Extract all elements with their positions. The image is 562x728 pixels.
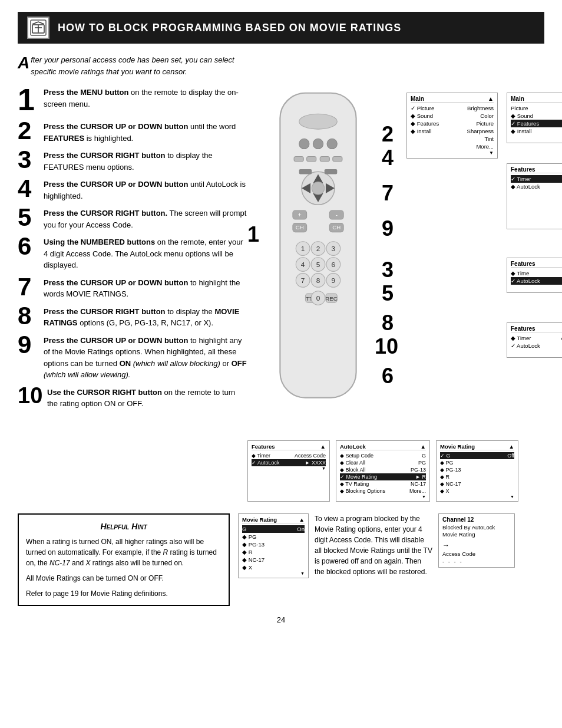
svg-text:8: 8 bbox=[316, 276, 320, 285]
step-num-6: 6 bbox=[18, 234, 44, 259]
remote-illustration: + - CH CH 1 2 3 4 bbox=[259, 87, 377, 417]
bottom-right: Movie Rating▲ GOn ◆ PG ◆ PG-13 ◆ R ◆ NC-… bbox=[238, 513, 544, 578]
intro-body: fter your personal access code has been … bbox=[31, 55, 234, 76]
svg-rect-12 bbox=[333, 156, 342, 162]
step-num-4: 4 bbox=[18, 176, 44, 201]
sb-feat1-row2: ◆ AutoLockStart Time bbox=[511, 183, 562, 190]
page-number: 24 bbox=[18, 615, 544, 624]
sb-main1-row5: Tint bbox=[411, 135, 494, 143]
step-10: 10 Use the CURSOR RIGHT button on the re… bbox=[18, 387, 247, 410]
svg-rect-20 bbox=[325, 169, 338, 174]
header-icon bbox=[27, 17, 49, 39]
sb-main1-row1: ✓ PictureBrightness bbox=[411, 104, 494, 112]
svg-text:2: 2 bbox=[316, 245, 320, 253]
step-num-1: 1 bbox=[18, 84, 44, 115]
step-7: 7 Press the CURSOR UP or DOWN button to … bbox=[18, 277, 247, 300]
diagram-num-1: 1 bbox=[247, 222, 259, 247]
sb-feat2-title: Features▲ bbox=[511, 261, 562, 268]
page-title: How to Block Programming Based on Movie … bbox=[58, 22, 401, 34]
sb-main1-row3: ◆ FeaturesPicture bbox=[411, 120, 494, 127]
sb-main2-title: Main▲ bbox=[511, 95, 562, 103]
svg-rect-19 bbox=[299, 169, 312, 174]
svg-text:9: 9 bbox=[332, 276, 336, 285]
step-9: 9 Press the CURSOR UP or DOWN button to … bbox=[18, 335, 247, 381]
last-screen-arrow: → bbox=[442, 541, 511, 549]
last-screen-rating: Movie Rating bbox=[442, 531, 511, 538]
bs-row-r: ◆ R bbox=[242, 548, 305, 556]
sb-feat3-title: Features▲ bbox=[511, 325, 562, 332]
diagram-num-9: 9 bbox=[382, 216, 394, 241]
sb-feat1-row6: Display bbox=[511, 213, 562, 221]
diagram-num-6: 6 bbox=[382, 364, 394, 388]
svg-text:5: 5 bbox=[316, 261, 320, 269]
main-layout: 1 Press the MENU button on the remote to… bbox=[18, 87, 544, 476]
screen-features-1: Features▲ ✓ TimerTime ◆ AutoLockStart Ti… bbox=[507, 163, 562, 229]
screen-features-3: Features▲ ◆ TimerAccess Code ✓ AutoLock►… bbox=[507, 322, 562, 358]
sb-feat1-row5: Activate bbox=[511, 206, 562, 213]
sb-main1-row2: ◆ SoundColor bbox=[411, 112, 494, 120]
sb-feat1-row3: Stop Time bbox=[511, 190, 562, 198]
hint-para-2: All Movie Ratings can be turned ON or OF… bbox=[26, 573, 222, 584]
step-num-8: 8 bbox=[18, 304, 44, 328]
screen-main-2: Main▲ PictureTimer ◆ SoundAutoLock ✓ Fea… bbox=[507, 93, 562, 143]
bottom-last-screen: Channel 12 Blocked By AutoLock Movie Rat… bbox=[438, 513, 515, 568]
svg-text:4: 4 bbox=[301, 261, 305, 269]
svg-text:CH: CH bbox=[296, 224, 304, 230]
sb-main2-row3: ✓ Features► bbox=[511, 120, 562, 127]
sb-feat3-row1: ◆ TimerAccess Code bbox=[511, 334, 562, 342]
hint-title: Helpful Hint bbox=[26, 521, 222, 533]
svg-text:7: 7 bbox=[301, 276, 305, 285]
last-screen-code: - - - - bbox=[442, 558, 511, 565]
bottom-section: Helpful Hint When a rating is turned ON,… bbox=[18, 513, 544, 606]
svg-text:1: 1 bbox=[301, 245, 305, 253]
diagram-num-3: 3 bbox=[382, 258, 394, 282]
last-screen-blocked: Blocked By AutoLock bbox=[442, 524, 511, 531]
svg-text:6: 6 bbox=[332, 261, 336, 269]
svg-rect-9 bbox=[294, 156, 303, 162]
svg-text:REC: REC bbox=[325, 295, 337, 302]
svg-text:-: - bbox=[335, 211, 338, 218]
sb-main2-row4: ◆ Install bbox=[511, 127, 562, 135]
bottom-description: To view a program blocked by the Movie R… bbox=[315, 513, 432, 577]
diagram-num-10: 10 bbox=[375, 334, 398, 359]
sb-feat1-row4: Channel bbox=[511, 198, 562, 206]
svg-rect-10 bbox=[307, 156, 316, 162]
bs-row-x: ◆ X bbox=[242, 564, 305, 571]
step-text-1: Press the MENU button on the remote to d… bbox=[44, 87, 247, 110]
hint-para-3: Refer to page 19 for Movie Rating defini… bbox=[26, 588, 222, 599]
step-text-4: Press the CURSOR UP or DOWN button until… bbox=[44, 179, 247, 202]
step-text-9: Press the CURSOR UP or DOWN button to hi… bbox=[44, 335, 247, 381]
step-text-3: Press the CURSOR RIGHT button to display… bbox=[44, 150, 247, 173]
step-1: 1 Press the MENU button on the remote to… bbox=[18, 87, 247, 115]
svg-point-18 bbox=[312, 182, 325, 195]
sb-main2-row2: ◆ SoundAutoLock bbox=[511, 112, 562, 120]
step-text-2: Press the CURSOR UP or DOWN button until… bbox=[44, 121, 247, 144]
screen-main-1: Main▲ ✓ PictureBrightness ◆ SoundColor ◆… bbox=[406, 93, 498, 159]
diagram-num-4: 4 bbox=[382, 146, 394, 170]
hint-para-1: When a rating is turned ON, all higher r… bbox=[26, 536, 222, 568]
diagram-num-8: 8 bbox=[382, 311, 394, 335]
bs-row-pg13: ◆ PG-13 bbox=[242, 541, 305, 548]
sb-feat2-row2: ✓ AutoLock► bbox=[511, 277, 562, 285]
helpful-hint-box: Helpful Hint When a rating is turned ON,… bbox=[18, 513, 230, 606]
bottom-movie-rating-screen: Movie Rating▲ GOn ◆ PG ◆ PG-13 ◆ R ◆ NC-… bbox=[238, 513, 309, 578]
sb-main2-row1: PictureTimer bbox=[511, 104, 562, 112]
screen-features-2: Features▲ ◆ Time ✓ AutoLock► ▼ bbox=[507, 258, 562, 293]
step-6: 6 Using the NUMBERED buttons on the remo… bbox=[18, 236, 247, 271]
step-text-10: Use the CURSOR RIGHT button on the remot… bbox=[47, 387, 247, 410]
step-num-2: 2 bbox=[18, 118, 44, 143]
ms-autolock-row5: ◆ TV RatingNC-17 bbox=[340, 480, 426, 487]
step-text-6: Using the NUMBERED buttons on the remote… bbox=[44, 236, 247, 271]
intro-text: A fter your personal access code has bee… bbox=[18, 54, 242, 77]
svg-point-7 bbox=[313, 139, 323, 149]
svg-text:+: + bbox=[298, 211, 302, 218]
step-num-10: 10 bbox=[18, 384, 47, 407]
diagram-num-2: 2 bbox=[382, 122, 394, 147]
step-5: 5 Press the CURSOR RIGHT button. The scr… bbox=[18, 207, 247, 230]
step-text-5: Press the CURSOR RIGHT button. The scree… bbox=[44, 207, 247, 230]
step-num-9: 9 bbox=[18, 332, 44, 357]
step-num-7: 7 bbox=[18, 275, 44, 299]
sb-feat1-title: Features▲ bbox=[511, 166, 562, 173]
last-screen-label: Access Code bbox=[442, 551, 511, 557]
bs-row-g: GOn bbox=[242, 525, 305, 533]
